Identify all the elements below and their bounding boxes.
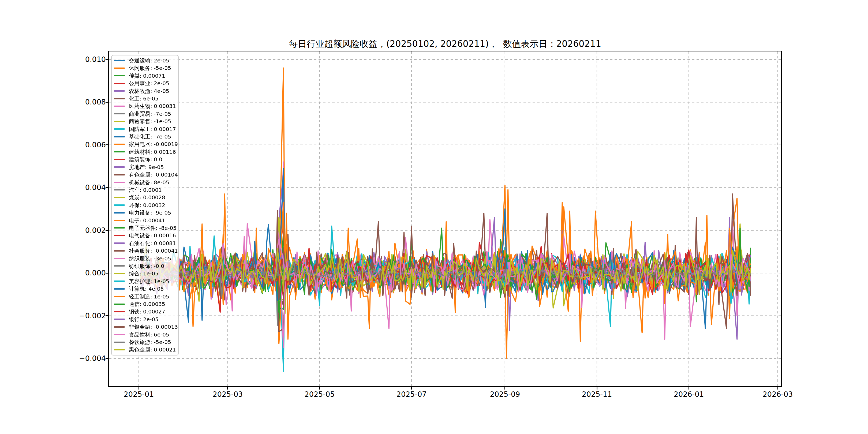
legend-item: 电气设备: 0.00016 [114, 232, 177, 239]
legend-item: 交通运输: 2e-05 [114, 57, 177, 64]
legend-item: 医药生物: 0.00031 [114, 102, 177, 110]
legend-line-swatch [114, 128, 125, 130]
legend-label: 非银金融: -0.00013 [129, 323, 178, 330]
y-tick-mark [105, 187, 109, 188]
legend-item: 房地产: 9e-05 [114, 163, 177, 171]
legend-label: 有色金属: -0.00104 [129, 171, 178, 178]
legend-item: 纺织服饰: -0.0 [114, 262, 177, 270]
y-tick-label: 0.002 [52, 226, 106, 235]
legend-line-swatch [114, 151, 125, 152]
legend-item: 餐饮旅游: -5e-05 [114, 338, 177, 346]
legend-item: 综合: 1e-05 [114, 270, 177, 277]
legend-label: 国防军工: 0.00017 [129, 126, 176, 133]
legend-line-swatch [114, 83, 125, 84]
legend-item: 汽车: 0.0001 [114, 186, 177, 194]
legend-item: 社会服务: -0.00041 [114, 247, 177, 254]
legend-label: 电子: 0.00041 [129, 217, 165, 224]
legend-label: 钢铁: 0.00027 [129, 308, 165, 315]
legend-label: 建筑材料: 0.00116 [129, 148, 176, 155]
x-tick-label: 2025-03 [204, 390, 252, 399]
legend-label: 公用事业: 2e-05 [129, 80, 169, 87]
legend-item: 石油石化: 0.00081 [114, 240, 177, 247]
legend-line-swatch [114, 334, 125, 335]
legend-item: 传媒: 0.00071 [114, 72, 177, 80]
legend-label: 交通运输: 2e-05 [129, 57, 169, 64]
legend-line-swatch [114, 212, 125, 214]
legend-line-swatch [114, 288, 125, 289]
x-tick-mark [688, 386, 689, 390]
x-tick-label: 2026-03 [754, 390, 802, 399]
legend-line-swatch [114, 113, 125, 114]
legend-line-swatch [114, 342, 125, 343]
legend-label: 煤炭: 0.00028 [129, 194, 165, 201]
legend: 交通运输: 2e-05休闲服务: -5e-05传媒: 0.00071公用事业: … [111, 55, 179, 355]
legend-item: 商业贸易: -7e-05 [114, 110, 177, 118]
y-tick-label: 0.010 [52, 55, 106, 64]
legend-item: 美容护理: 1e-05 [114, 278, 177, 285]
legend-item: 计算机: 4e-05 [114, 285, 177, 292]
legend-label: 食品饮料: 6e-05 [129, 331, 169, 338]
legend-label: 计算机: 4e-05 [129, 285, 164, 292]
legend-item: 休闲服务: -5e-05 [114, 64, 177, 72]
legend-item: 公用事业: 2e-05 [114, 80, 177, 87]
legend-label: 农林牧渔: 4e-05 [129, 88, 169, 95]
legend-label: 电子元器件: -8e-05 [129, 224, 177, 231]
y-tick-label: 0.006 [52, 141, 106, 149]
x-tick-label: 2025-01 [115, 390, 163, 399]
x-tick-mark [227, 386, 228, 390]
y-tick-label: −0.002 [52, 312, 106, 320]
legend-label: 商贸零售: -1e-05 [129, 118, 171, 125]
legend-label: 化工: 6e-05 [129, 95, 159, 102]
legend-item: 有色金属: -0.00104 [114, 171, 177, 179]
legend-line-swatch [114, 174, 125, 176]
legend-item: 电子: 0.00041 [114, 217, 177, 224]
legend-line-swatch [114, 98, 125, 99]
legend-line-swatch [114, 235, 125, 236]
y-tick-mark [105, 145, 109, 145]
legend-item: 钢铁: 0.00027 [114, 308, 177, 315]
x-tick-label: 2026-01 [665, 390, 713, 399]
legend-item: 非银金融: -0.00013 [114, 323, 177, 331]
legend-line-swatch [114, 273, 125, 274]
y-tick-mark [105, 358, 109, 359]
legend-item: 化工: 6e-05 [114, 95, 177, 102]
legend-label: 轻工制造: 1e-05 [129, 293, 169, 300]
legend-label: 社会服务: -0.00041 [129, 247, 178, 254]
x-tick-label: 2025-05 [296, 390, 344, 399]
legend-item: 煤炭: 0.00028 [114, 194, 177, 201]
legend-item: 商贸零售: -1e-05 [114, 118, 177, 125]
legend-line-swatch [114, 67, 125, 69]
legend-label: 传媒: 0.00071 [129, 72, 165, 79]
legend-line-swatch [114, 220, 125, 221]
legend-item: 银行: 2e-05 [114, 316, 177, 323]
legend-line-swatch [114, 159, 125, 160]
legend-line-swatch [114, 105, 125, 107]
legend-line-swatch [114, 182, 125, 183]
legend-line-swatch [114, 166, 125, 168]
legend-line-swatch [114, 243, 125, 244]
x-tick-label: 2025-07 [388, 390, 436, 399]
legend-line-swatch [114, 349, 125, 350]
legend-line-swatch [114, 250, 125, 252]
legend-line-swatch [114, 311, 125, 312]
y-tick-label: 0.008 [52, 98, 106, 106]
legend-item: 黑色金属: 0.00021 [114, 346, 177, 353]
legend-label: 餐饮旅游: -5e-05 [129, 339, 171, 346]
legend-label: 环保: 0.00032 [129, 202, 165, 209]
legend-line-swatch [114, 144, 125, 145]
legend-label: 通信: 0.00035 [129, 301, 165, 308]
legend-line-swatch [114, 60, 125, 61]
legend-item: 家用电器: -0.00019 [114, 141, 177, 148]
legend-label: 纺织服饰: -0.0 [129, 262, 164, 270]
chart-title: 每日行业超额风险收益，(20250102, 20260211)， 数值表示日：2… [109, 38, 781, 49]
legend-item: 建筑材料: 0.00116 [114, 148, 177, 156]
legend-line-swatch [114, 304, 125, 305]
y-tick-label: −0.004 [52, 354, 106, 363]
legend-item: 电子元器件: -8e-05 [114, 224, 177, 232]
screenshot-root: { "figure": { "background": "#ffffff", "… [0, 0, 868, 434]
legend-item: 通信: 0.00035 [114, 300, 177, 308]
x-tick-mark [411, 386, 412, 390]
legend-label: 机械设备: 8e-05 [129, 179, 169, 186]
legend-line-swatch [114, 189, 125, 190]
legend-label: 汽车: 0.0001 [129, 186, 162, 193]
